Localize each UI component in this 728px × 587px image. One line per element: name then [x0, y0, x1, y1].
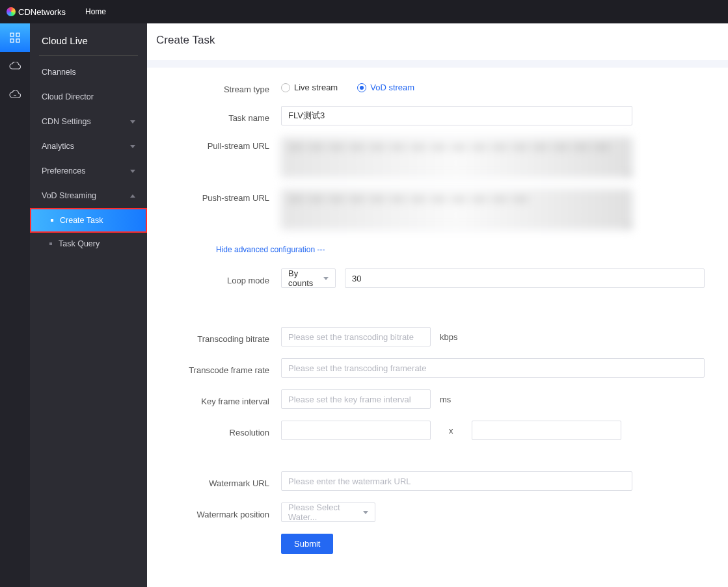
toggle-advanced-config[interactable]: Hide advanced configuration --- [216, 245, 325, 254]
transcode-framerate-input[interactable] [281, 358, 705, 378]
resolution-separator: x [440, 426, 463, 436]
chevron-down-icon [130, 145, 135, 148]
row-watermark-position: Watermark position Please Select Water..… [170, 502, 705, 522]
sidebar-sub-create-task[interactable]: Create Task [30, 208, 147, 233]
watermark-position-select[interactable]: Please Select Water... [281, 502, 375, 522]
brand-logo: CDNetworks [7, 7, 66, 17]
divider-bar [147, 60, 728, 68]
brand-logo-icon [7, 7, 16, 16]
sidebar-item-label: Analytics [42, 142, 74, 151]
push-url-input[interactable]: aaa aaa aaa aaa aaa aaa aaa aaa aaa aaa … [281, 189, 632, 229]
label-pull-url: Pull-stream URL [170, 137, 281, 151]
radio-label: VoD stream [370, 83, 414, 92]
unit-kbps: kbps [440, 332, 457, 342]
loop-count-input[interactable] [345, 268, 705, 288]
svg-rect-1 [16, 33, 20, 36]
label-empty [170, 534, 281, 538]
sidebar-item-vod-streaming[interactable]: VoD Streaming [30, 183, 147, 208]
main-content: Create Task Stream type Live stream VoD … [147, 23, 728, 587]
row-stream-type: Stream type Live stream VoD stream [170, 81, 705, 94]
home-link[interactable]: Home [85, 7, 106, 16]
transcoding-bitrate-input[interactable] [281, 327, 431, 346]
label-loop-mode: Loop mode [170, 272, 281, 285]
sidebar-item-cdn-settings[interactable]: CDN Settings [30, 109, 147, 134]
sidebar-title: Cloud Live [30, 23, 147, 55]
keyframe-interval-input[interactable] [281, 389, 431, 409]
chevron-down-icon [323, 277, 329, 280]
sidebar-item-label: Channels [42, 68, 76, 77]
sidebar: Cloud Live Channels Cloud Director CDN S… [30, 23, 147, 587]
sidebar-item-analytics[interactable]: Analytics [30, 134, 147, 159]
sidebar-sub-label: Create Task [60, 216, 103, 225]
app-body: Cloud Live Channels Cloud Director CDN S… [0, 23, 728, 587]
label-push-url: Push-stream URL [170, 189, 281, 203]
spacer [170, 300, 705, 327]
sidebar-sub-label: Task Query [59, 239, 100, 248]
select-placeholder: Please Select Water... [288, 502, 363, 522]
radio-vod-stream[interactable]: VoD stream [357, 83, 414, 92]
row-watermark-url: Watermark URL [170, 471, 705, 491]
label-task-name: Task name [170, 109, 281, 123]
svg-rect-0 [10, 33, 14, 36]
create-task-form: Stream type Live stream VoD stream Task … [147, 68, 728, 585]
sidebar-item-cloud-director[interactable]: Cloud Director [30, 85, 147, 109]
bullet-icon [51, 219, 53, 222]
sidebar-divider [39, 55, 138, 56]
cloud-icon [9, 62, 21, 71]
rail-item-cloud-alt[interactable] [0, 81, 30, 109]
page-title: Create Task [147, 23, 728, 60]
app-header: CDNetworks Home [0, 0, 728, 23]
row-submit: Submit [170, 534, 705, 554]
sidebar-item-channels[interactable]: Channels [30, 60, 147, 85]
sidebar-item-label: CDN Settings [42, 117, 91, 126]
label-stream-type: Stream type [170, 81, 281, 94]
svg-rect-2 [10, 39, 14, 42]
rail-item-apps[interactable] [0, 23, 30, 52]
unit-ms: ms [440, 395, 451, 404]
radio-label: Live stream [294, 83, 338, 92]
grid-icon [10, 33, 20, 43]
pull-url-input[interactable]: aaa aaa aaa aaa aaa aaa aaa aaa aaa aaa … [281, 137, 632, 177]
cloud-alt-icon [9, 90, 21, 99]
resolution-height-input[interactable] [472, 421, 621, 440]
label-watermark-position: Watermark position [170, 506, 281, 519]
row-transcode-framerate: Transcode frame rate [170, 358, 705, 378]
row-resolution: Resolution x [170, 421, 705, 440]
select-value: By counts [288, 268, 323, 288]
sidebar-item-label: Cloud Director [42, 92, 94, 101]
loop-mode-select[interactable]: By counts [281, 268, 336, 288]
radio-live-stream[interactable]: Live stream [281, 83, 338, 92]
chevron-down-icon [363, 511, 368, 514]
row-loop-mode: Loop mode By counts [170, 268, 705, 288]
radio-icon [357, 83, 366, 92]
resolution-width-input[interactable] [281, 421, 431, 440]
row-keyframe-interval: Key frame interval ms [170, 389, 705, 409]
row-pull-url: Pull-stream URL aaa aaa aaa aaa aaa aaa … [170, 137, 705, 177]
task-name-input[interactable] [281, 106, 632, 125]
watermark-url-input[interactable] [281, 471, 632, 491]
row-transcoding-bitrate: Transcoding bitrate kbps [170, 327, 705, 346]
label-keyframe-interval: Key frame interval [170, 393, 281, 406]
chevron-down-icon [130, 120, 135, 124]
row-task-name: Task name [170, 106, 705, 125]
sidebar-sub-task-query[interactable]: Task Query [30, 233, 147, 255]
nav-rail [0, 23, 30, 587]
label-transcoding-bitrate: Transcoding bitrate [170, 330, 281, 344]
sidebar-item-preferences[interactable]: Preferences [30, 159, 147, 183]
radio-icon [281, 83, 290, 92]
sidebar-item-label: VoD Streaming [42, 191, 96, 200]
submit-button[interactable]: Submit [281, 534, 333, 554]
label-resolution: Resolution [170, 424, 281, 437]
sidebar-item-label: Preferences [42, 166, 85, 176]
chevron-down-icon [130, 170, 135, 173]
bullet-icon [49, 242, 52, 245]
rail-item-cloud[interactable] [0, 52, 30, 81]
svg-rect-3 [16, 39, 20, 42]
row-push-url: Push-stream URL aaa aaa aaa aaa aaa aaa … [170, 189, 705, 229]
spacer [170, 452, 705, 471]
chevron-up-icon [130, 194, 135, 198]
label-transcode-framerate: Transcode frame rate [170, 361, 281, 375]
label-watermark-url: Watermark URL [170, 475, 281, 488]
brand-name: CDNetworks [18, 7, 66, 17]
